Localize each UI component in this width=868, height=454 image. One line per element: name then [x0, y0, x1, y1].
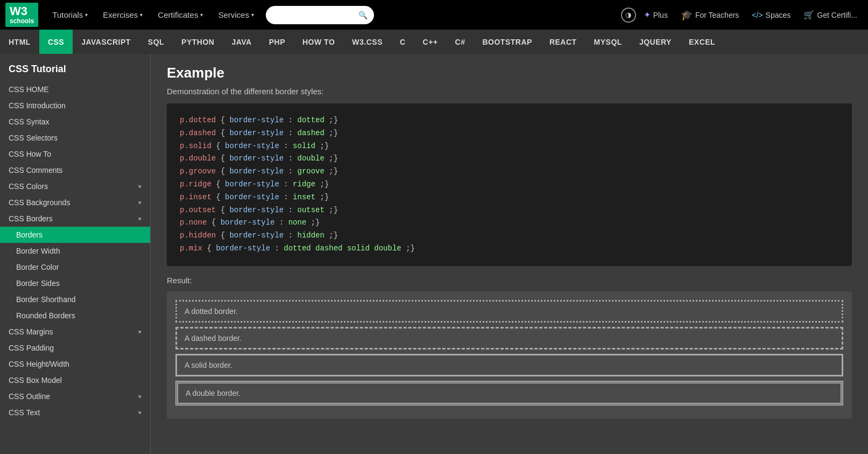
code-line-3: p.solid { border-style : solid ;} — [180, 140, 839, 153]
chevron-down-icon: ▾ — [138, 329, 142, 336]
result-dashed: A dashed border. — [175, 327, 843, 350]
code-block: p.dotted { border-style : dotted ;} p.da… — [167, 103, 852, 266]
caret-icon: ▾ — [251, 12, 254, 18]
sidebar-item-css-height-width[interactable]: CSS Height/Width — [0, 356, 150, 372]
example-desc: Demonstration of the different border st… — [167, 87, 852, 96]
lang-howto[interactable]: HOW TO — [294, 30, 343, 54]
sidebar-item-borders[interactable]: Borders — [0, 227, 150, 243]
code-line-7: p.inset { border-style : inset ;} — [180, 191, 839, 204]
sidebar-item-border-shorthand[interactable]: Border Shorthand — [0, 291, 150, 308]
sidebar-item-css-howto[interactable]: CSS How To — [0, 146, 150, 162]
code-line-6: p.ridge { border-style : ridge ;} — [180, 178, 839, 191]
result-dotted: A dotted border. — [175, 300, 843, 323]
sidebar: CSS Tutorial CSS HOME CSS Introduction C… — [0, 54, 151, 454]
nav-certificates[interactable]: Certificates ▾ — [150, 0, 210, 30]
layout: CSS Tutorial CSS HOME CSS Introduction C… — [0, 54, 868, 454]
sidebar-item-border-width[interactable]: Border Width — [0, 243, 150, 259]
top-nav: W3 schools Tutorials ▾ Exercises ▾ Certi… — [0, 0, 868, 30]
sidebar-item-css-text[interactable]: CSS Text ▾ — [0, 404, 150, 421]
lang-c[interactable]: C — [391, 30, 414, 54]
lang-python[interactable]: PYTHON — [173, 30, 223, 54]
sidebar-item-rounded-borders[interactable]: Rounded Borders — [0, 308, 150, 324]
code-line-2: p.dashed { border-style : dashed ;} — [180, 127, 839, 140]
sidebar-item-css-selectors[interactable]: CSS Selectors — [0, 130, 150, 146]
logo-schools: schools — [10, 18, 34, 25]
result-solid: A solid border. — [175, 354, 843, 376]
nav-services[interactable]: Services ▾ — [210, 0, 262, 30]
chevron-down-icon: ▾ — [138, 409, 142, 416]
nav-tutorials[interactable]: Tutorials ▾ — [45, 0, 95, 30]
sidebar-item-css-padding[interactable]: CSS Padding — [0, 340, 150, 356]
nav-for-teachers[interactable]: 🎓 For Teachers — [675, 0, 744, 30]
sidebar-title: CSS Tutorial — [0, 54, 150, 81]
sidebar-item-css-comments[interactable]: CSS Comments — [0, 162, 150, 178]
lang-w3css[interactable]: W3.CSS — [343, 30, 391, 54]
sidebar-item-css-box-model[interactable]: CSS Box Model — [0, 372, 150, 388]
search-icon: 🔍 — [358, 11, 368, 19]
nav-exercises[interactable]: Exercises ▾ — [95, 0, 150, 30]
lang-jquery[interactable]: JQUERY — [631, 30, 680, 54]
caret-icon: ▾ — [140, 12, 143, 18]
logo-w3: W3 — [10, 5, 34, 18]
lang-csharp[interactable]: C# — [447, 30, 474, 54]
lang-java[interactable]: JAVA — [223, 30, 260, 54]
border-examples: A dotted border. A dashed border. A soli… — [167, 291, 852, 418]
sidebar-item-css-colors[interactable]: CSS Colors ▾ — [0, 178, 150, 194]
sidebar-item-css-margins[interactable]: CSS Margins ▾ — [0, 324, 150, 340]
chevron-down-icon: ▾ — [138, 393, 142, 400]
lang-html[interactable]: HTML — [0, 30, 39, 54]
lang-sql[interactable]: SQL — [139, 30, 173, 54]
code-line-8: p.outset { border-style : outset ;} — [180, 204, 839, 217]
code-line-1: p.dotted { border-style : dotted ;} — [180, 114, 839, 127]
code-line-10: p.hidden { border-style : hidden ;} — [180, 229, 839, 242]
lang-nav: HTML CSS JAVASCRIPT SQL PYTHON JAVA PHP … — [0, 30, 868, 54]
lang-react[interactable]: REACT — [541, 30, 585, 54]
page-title: Example — [167, 65, 852, 81]
result-label: Result: — [167, 276, 852, 285]
nav-plus[interactable]: ✦ Plus — [638, 0, 673, 30]
cart-icon: 🛒 — [803, 10, 814, 20]
lang-javascript[interactable]: JAVASCRIPT — [73, 30, 139, 54]
logo[interactable]: W3 schools — [5, 3, 38, 27]
sidebar-item-css-syntax[interactable]: CSS Syntax — [0, 114, 150, 130]
chevron-down-icon: ▾ — [138, 183, 142, 190]
lang-php[interactable]: PHP — [260, 30, 294, 54]
hat-icon: 🎓 — [681, 9, 693, 21]
nav-right: ◑ ✦ Plus 🎓 For Teachers </> Spaces 🛒 Get… — [621, 0, 863, 30]
nav-spaces[interactable]: </> Spaces — [746, 0, 796, 30]
nav-get-certified[interactable]: 🛒 Get Certifi... — [798, 0, 863, 30]
lang-css[interactable]: CSS — [39, 30, 73, 54]
plus-icon: ✦ — [644, 10, 651, 20]
lang-mysql[interactable]: MYSQL — [585, 30, 631, 54]
code-line-11: p.mix { border-style : dotted dashed sol… — [180, 242, 839, 255]
sidebar-item-border-color[interactable]: Border Color — [0, 259, 150, 275]
contrast-button[interactable]: ◑ — [621, 8, 636, 23]
search-box[interactable]: 🔍 — [266, 6, 374, 24]
code-line-9: p.none { border-style : none ;} — [180, 216, 839, 229]
result-double: A double border. — [175, 381, 843, 406]
chevron-down-icon: ▾ — [138, 215, 142, 222]
main-content: Example Demonstration of the different b… — [151, 54, 868, 454]
sidebar-item-border-sides[interactable]: Border Sides — [0, 275, 150, 291]
code-line-4: p.double { border-style : double ;} — [180, 152, 839, 165]
sidebar-item-css-home[interactable]: CSS HOME — [0, 81, 150, 97]
sidebar-item-css-outline[interactable]: CSS Outline ▾ — [0, 388, 150, 404]
sidebar-item-css-backgrounds[interactable]: CSS Backgrounds ▾ — [0, 194, 150, 211]
lang-excel[interactable]: EXCEL — [680, 30, 724, 54]
lang-bootstrap[interactable]: BOOTSTRAP — [474, 30, 540, 54]
chevron-down-icon: ▾ — [138, 199, 142, 206]
code-line-5: p.groove { border-style : groove ;} — [180, 165, 839, 178]
caret-icon: ▾ — [200, 12, 203, 18]
search-input[interactable] — [272, 11, 358, 19]
sidebar-item-css-introduction[interactable]: CSS Introduction — [0, 97, 150, 114]
code-icon: </> — [752, 11, 763, 19]
sidebar-item-css-borders[interactable]: CSS Borders ▾ — [0, 211, 150, 227]
lang-cpp[interactable]: C++ — [414, 30, 447, 54]
caret-icon: ▾ — [85, 12, 88, 18]
